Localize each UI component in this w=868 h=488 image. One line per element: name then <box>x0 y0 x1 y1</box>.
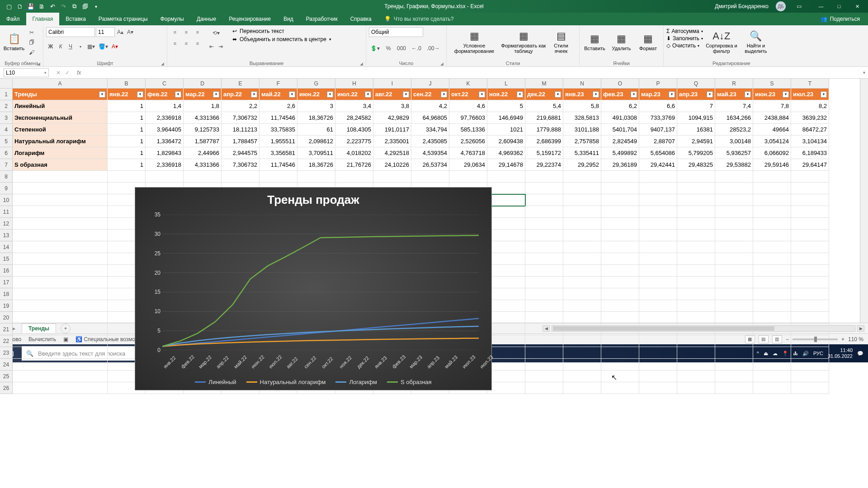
cell-F4[interactable]: 33,75835 <box>259 124 297 136</box>
zoom-in-icon[interactable]: + <box>841 336 844 343</box>
cell-T12[interactable] <box>791 218 829 230</box>
cell-R18[interactable] <box>715 288 753 300</box>
row-header-15[interactable]: 15 <box>0 253 13 265</box>
cell-O18[interactable] <box>601 288 639 300</box>
tab-file[interactable]: Файл <box>0 13 26 25</box>
cell-S20[interactable] <box>753 312 791 324</box>
cell-L18[interactable] <box>487 288 525 300</box>
cell-P17[interactable] <box>639 277 677 288</box>
row-header-25[interactable]: 25 <box>0 371 13 382</box>
formula-expand-icon[interactable]: ▾ <box>860 70 868 75</box>
cell-D3[interactable]: 4,331366 <box>184 112 222 124</box>
cell-T25[interactable] <box>791 371 829 382</box>
cell-S22[interactable] <box>753 335 791 347</box>
format-painter-icon[interactable]: 🖌 <box>27 48 36 57</box>
cell-R12[interactable] <box>715 218 753 230</box>
row-header-2[interactable]: 2 <box>0 100 13 112</box>
cell-L2[interactable]: 5 <box>487 100 525 112</box>
cell-L3[interactable]: 146,6949 <box>487 112 525 124</box>
cell-T16[interactable] <box>791 265 829 277</box>
qat-icon2[interactable]: 🗐 <box>80 1 90 12</box>
cell-S17[interactable] <box>753 277 791 288</box>
cell-C1[interactable]: фев.22▾ <box>146 89 184 100</box>
cell-Q23[interactable] <box>677 347 715 359</box>
cell-M1[interactable]: дек.22▾ <box>525 89 563 100</box>
cell-E4[interactable]: 18,11213 <box>222 124 259 136</box>
cell-F2[interactable]: 2,6 <box>259 100 297 112</box>
cell-F6[interactable]: 3,356581 <box>259 147 297 159</box>
cell-L17[interactable] <box>487 277 525 288</box>
maximize-button[interactable]: □ <box>830 0 848 13</box>
cell-L15[interactable] <box>487 253 525 265</box>
cell-R23[interactable] <box>715 347 753 359</box>
cell-N23[interactable] <box>563 347 601 359</box>
cut-icon[interactable]: ✂ <box>27 28 36 37</box>
cell-L5[interactable]: 2,609438 <box>487 136 525 147</box>
cell-O12[interactable] <box>601 218 639 230</box>
cell-O17[interactable] <box>601 277 639 288</box>
cell-S1[interactable]: июн.23▾ <box>753 89 791 100</box>
cell-O6[interactable]: 5,499892 <box>601 147 639 159</box>
cell-T2[interactable]: 8,2 <box>791 100 829 112</box>
cell-P5[interactable]: 2,88707 <box>639 136 677 147</box>
cell-M6[interactable]: 5,159172 <box>525 147 563 159</box>
cell-N9[interactable] <box>563 183 601 194</box>
wrap-text-button[interactable]: ↩Переносить текст <box>232 28 331 34</box>
copy-icon[interactable]: 🗍 <box>27 38 36 47</box>
align-left-icon[interactable]: ≡ <box>170 38 180 48</box>
col-header-B[interactable]: B <box>108 79 146 89</box>
cell-P9[interactable] <box>639 183 677 194</box>
cell-L10[interactable] <box>487 194 525 206</box>
cell-I1[interactable]: авг.22▾ <box>373 89 411 100</box>
cell-R5[interactable]: 3,00148 <box>715 136 753 147</box>
cell-K2[interactable]: 4,6 <box>449 100 487 112</box>
cell-Q20[interactable] <box>677 312 715 324</box>
cell-T13[interactable] <box>791 230 829 241</box>
cell-R19[interactable] <box>715 300 753 312</box>
cell-M24[interactable] <box>525 359 563 371</box>
cell-E1[interactable]: апр.22▾ <box>222 89 259 100</box>
cell-S5[interactable]: 3,054124 <box>753 136 791 147</box>
cell-M17[interactable] <box>525 277 563 288</box>
row-header-21[interactable]: 21 <box>0 324 13 335</box>
align-top-icon[interactable]: ≡ <box>170 27 180 37</box>
cell-E7[interactable]: 7,306732 <box>222 159 259 171</box>
cell-P18[interactable] <box>639 288 677 300</box>
col-header-E[interactable]: E <box>222 79 259 89</box>
cell-M12[interactable] <box>525 218 563 230</box>
cell-T6[interactable]: 6,189433 <box>791 147 829 159</box>
cell-D5[interactable]: 1,587787 <box>184 136 222 147</box>
cell-Q8[interactable] <box>677 171 715 183</box>
cell-D4[interactable]: 9,125733 <box>184 124 222 136</box>
cell-K5[interactable]: 2,526056 <box>449 136 487 147</box>
cell-T11[interactable] <box>791 206 829 218</box>
tab-home[interactable]: Главная <box>26 13 60 25</box>
cell-A17[interactable] <box>13 277 108 288</box>
cell-N15[interactable] <box>563 253 601 265</box>
cell-O10[interactable] <box>601 194 639 206</box>
cell-R1[interactable]: май.23▾ <box>715 89 753 100</box>
cell-L21[interactable] <box>487 324 525 335</box>
cell-S9[interactable] <box>753 183 791 194</box>
cell-O7[interactable]: 29,36189 <box>601 159 639 171</box>
cell-J5[interactable]: 2,435085 <box>411 136 449 147</box>
cell-O24[interactable] <box>601 359 639 371</box>
cell-B2[interactable]: 1 <box>108 100 146 112</box>
cell-M22[interactable] <box>525 335 563 347</box>
filter-dropdown-icon[interactable]: ▾ <box>821 91 827 98</box>
cell-S13[interactable] <box>753 230 791 241</box>
alignment-dialog-icon[interactable]: ◢ <box>360 61 363 66</box>
filter-dropdown-icon[interactable]: ▾ <box>555 91 561 98</box>
cell-A20[interactable] <box>13 312 108 324</box>
qat-more-icon[interactable]: ▾ <box>90 1 101 12</box>
cell-R16[interactable] <box>715 265 753 277</box>
cell-O8[interactable] <box>601 171 639 183</box>
filter-dropdown-icon[interactable]: ▾ <box>441 91 447 98</box>
hscroll-right-icon[interactable]: ▶ <box>857 325 864 332</box>
cell-P23[interactable] <box>639 347 677 359</box>
cell-E2[interactable]: 2,2 <box>222 100 259 112</box>
filter-dropdown-icon[interactable]: ▾ <box>289 91 295 98</box>
autosave-icon[interactable]: ▢ <box>4 1 14 12</box>
filter-dropdown-icon[interactable]: ▾ <box>213 91 219 98</box>
cell-P12[interactable] <box>639 218 677 230</box>
